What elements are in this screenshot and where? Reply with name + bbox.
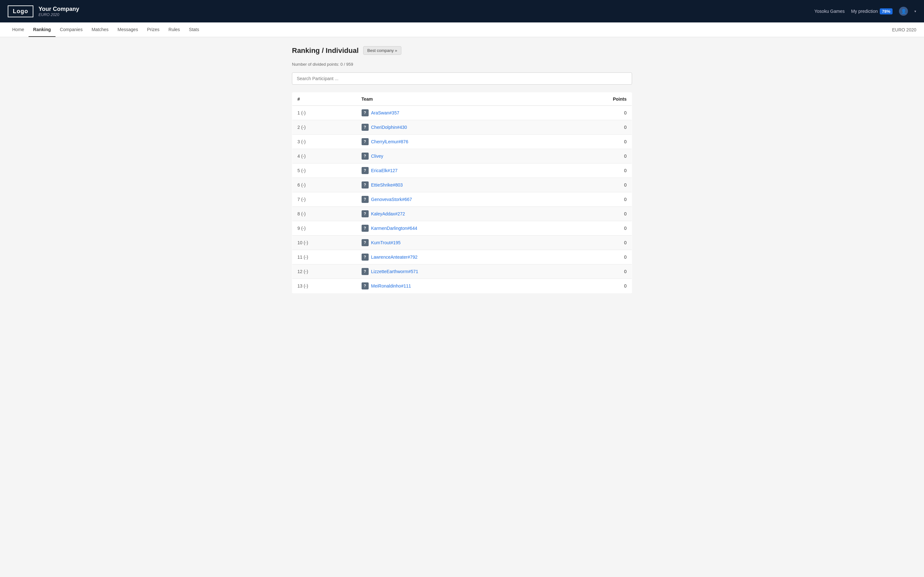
points-cell: 0 [594, 250, 632, 264]
nav-messages[interactable]: Messages [113, 23, 142, 37]
team-avatar-icon: ? [362, 239, 368, 246]
team-cell: ? CheriDolphin#430 [357, 120, 594, 135]
user-dropdown-caret[interactable]: ▾ [914, 9, 916, 13]
rank-cell: 9 (-) [292, 221, 357, 235]
rank-cell: 11 (-) [292, 250, 357, 264]
best-company-button[interactable]: Best company » [363, 46, 401, 55]
team-name-link[interactable]: KaleyAddax#272 [371, 211, 405, 216]
team-name-link[interactable]: CheriDolphin#430 [371, 125, 407, 130]
nav-rules[interactable]: Rules [164, 23, 184, 37]
team-avatar-icon: ? [362, 225, 368, 232]
points-cell: 0 [594, 221, 632, 235]
rank-cell: 5 (-) [292, 163, 357, 178]
team-name-link[interactable]: CherrylLemur#876 [371, 139, 409, 144]
nav-ranking[interactable]: Ranking [29, 23, 55, 37]
nav-companies[interactable]: Companies [55, 23, 87, 37]
team-avatar-icon: ? [362, 253, 368, 261]
team-name-link[interactable]: AraSwan#357 [371, 110, 399, 115]
team-cell: ? EricaElk#127 [357, 163, 594, 178]
nav-matches[interactable]: Matches [87, 23, 113, 37]
team-name-link[interactable]: KumTrout#195 [371, 240, 401, 245]
prediction-label: My prediction [851, 9, 878, 14]
points-info: Number of divided points: 0 / 959 [292, 62, 632, 67]
table-row: 11 (-) ? LawrenceAnteater#792 0 [292, 250, 632, 264]
table-row: 12 (-) ? LizzetteEarthworm#571 0 [292, 264, 632, 279]
team-avatar-icon: ? [362, 181, 368, 189]
team-avatar-icon: ? [362, 282, 368, 290]
points-cell: 0 [594, 192, 632, 207]
team-cell: ? GenovevaStork#667 [357, 192, 594, 207]
page-title-row: Ranking / Individual Best company » [292, 46, 632, 55]
rank-cell: 12 (-) [292, 264, 357, 279]
table-row: 9 (-) ? KarmenDarlington#644 0 [292, 221, 632, 235]
points-cell: 0 [594, 235, 632, 250]
team-name-link[interactable]: Clivey [371, 153, 383, 159]
team-cell: ? AraSwan#357 [357, 106, 594, 120]
team-avatar-icon: ? [362, 109, 368, 116]
team-cell: ? KarmenDarlington#644 [357, 221, 594, 235]
header: Logo Your Company EURO 2020 Yosoku Games… [0, 0, 924, 23]
rank-cell: 2 (-) [292, 120, 357, 135]
team-name-link[interactable]: EricaElk#127 [371, 168, 398, 173]
team-name-link[interactable]: GenovevaStork#667 [371, 197, 412, 202]
table-row: 2 (-) ? CheriDolphin#430 0 [292, 120, 632, 135]
points-cell: 0 [594, 207, 632, 221]
table-row: 10 (-) ? KumTrout#195 0 [292, 235, 632, 250]
yosoku-games-link[interactable]: Yosoku Games [814, 9, 845, 14]
header-left: Logo Your Company EURO 2020 [8, 5, 79, 17]
team-cell: ? MeiRonaldinho#111 [357, 279, 594, 293]
rank-cell: 7 (-) [292, 192, 357, 207]
header-right: Yosoku Games My prediction 78% 👤 ▾ [814, 7, 916, 16]
rank-cell: 3 (-) [292, 135, 357, 149]
main-content: Ranking / Individual Best company » Numb… [286, 37, 638, 302]
page-title: Ranking / Individual [292, 47, 359, 55]
team-avatar-icon: ? [362, 153, 368, 160]
team-name-link[interactable]: LawrenceAnteater#792 [371, 255, 418, 259]
team-avatar-icon: ? [362, 167, 368, 174]
col-rank: # [292, 93, 357, 106]
prediction-pct: 78% [880, 8, 893, 15]
team-cell: ? EttieShrike#803 [357, 178, 594, 192]
nav-home[interactable]: Home [8, 23, 29, 37]
rank-cell: 10 (-) [292, 235, 357, 250]
team-name-link[interactable]: MeiRonaldinho#111 [371, 284, 411, 288]
nav-links: Home Ranking Companies Matches Messages … [8, 23, 204, 37]
col-points: Points [594, 93, 632, 106]
team-cell: ? CherrylLemur#876 [357, 135, 594, 149]
team-cell: ? LizzetteEarthworm#571 [357, 264, 594, 279]
rank-cell: 1 (-) [292, 106, 357, 120]
team-name-link[interactable]: KarmenDarlington#644 [371, 226, 417, 231]
points-cell: 0 [594, 135, 632, 149]
nav-stats[interactable]: Stats [184, 23, 204, 37]
logo-box[interactable]: Logo [8, 5, 33, 17]
table-row: 4 (-) ? Clivey 0 [292, 149, 632, 163]
company-name: Your Company [39, 6, 79, 13]
nav-prizes[interactable]: Prizes [142, 23, 164, 37]
team-cell: ? KumTrout#195 [357, 235, 594, 250]
ranking-table: # Team Points 1 (-) ? AraSwan#357 02 (-)… [292, 92, 632, 293]
table-row: 8 (-) ? KaleyAddax#272 0 [292, 207, 632, 221]
search-input[interactable] [292, 73, 632, 85]
table-row: 7 (-) ? GenovevaStork#667 0 [292, 192, 632, 207]
user-avatar-icon[interactable]: 👤 [899, 7, 908, 16]
points-cell: 0 [594, 106, 632, 120]
table-row: 3 (-) ? CherrylLemur#876 0 [292, 135, 632, 149]
table-row: 1 (-) ? AraSwan#357 0 [292, 106, 632, 120]
points-cell: 0 [594, 120, 632, 135]
team-name-link[interactable]: EttieShrike#803 [371, 182, 403, 187]
table-row: 6 (-) ? EttieShrike#803 0 [292, 178, 632, 192]
points-cell: 0 [594, 264, 632, 279]
team-avatar-icon: ? [362, 124, 368, 131]
team-cell: ? Clivey [357, 149, 594, 163]
table-header: # Team Points [292, 93, 632, 106]
points-cell: 0 [594, 149, 632, 163]
team-name-link[interactable]: LizzetteEarthworm#571 [371, 269, 418, 274]
col-team: Team [357, 93, 594, 106]
company-sub: EURO 2020 [39, 13, 79, 17]
table-row: 13 (-) ? MeiRonaldinho#111 0 [292, 279, 632, 293]
table-row: 5 (-) ? EricaElk#127 0 [292, 163, 632, 178]
rank-cell: 8 (-) [292, 207, 357, 221]
team-cell: ? KaleyAddax#272 [357, 207, 594, 221]
nav-right-label: EURO 2020 [892, 27, 916, 32]
rank-cell: 13 (-) [292, 279, 357, 293]
